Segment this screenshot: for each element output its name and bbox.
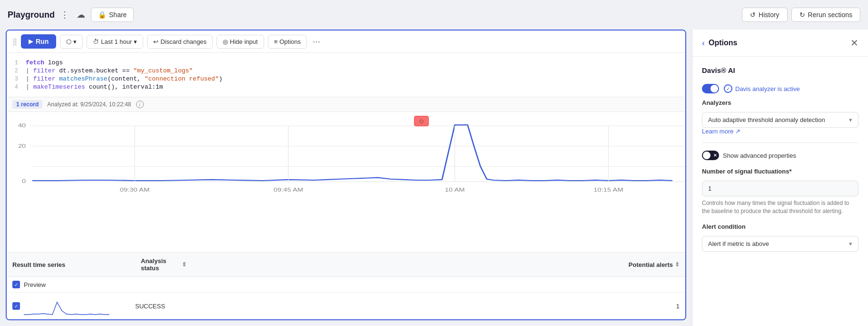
options-close-button[interactable]: ✕ — [850, 37, 858, 49]
svg-text:0: 0 — [22, 178, 26, 184]
col-header-series: Result time series — [7, 256, 135, 273]
code-line-3: 3 | filter matchesPhrase(content, "conne… — [7, 75, 685, 83]
code-line-2: 2 | filter dt.system.bucket == "my_custo… — [7, 67, 685, 75]
alert-badge: ◇ — [414, 116, 429, 126]
analyze-chevron: ▾ — [73, 38, 77, 45]
history-button[interactable]: ↺ History — [742, 8, 788, 22]
hide-input-button[interactable]: ◎ Hide input — [217, 35, 264, 49]
status-bar: 1 record Analyzed at: 9/25/2024, 10:22:4… — [7, 97, 685, 112]
options-title: Options — [709, 39, 850, 47]
line-number: 2 — [7, 68, 26, 74]
analyzer-value: Auto adaptive threshold anomaly detectio… — [708, 116, 825, 123]
signal-fluctuations-input[interactable] — [702, 181, 858, 196]
time-series-chart: 40 20 0 09:30 AM 09:45 AM 10 AM 10:15 AM — [7, 116, 685, 197]
cloud-icon[interactable]: ☁ — [75, 9, 87, 21]
discard-label: Discard changes — [160, 38, 207, 45]
status-cell: SUCCESS — [135, 303, 192, 310]
col-header-status: Analysis status ⇕ — [135, 253, 192, 276]
discard-icon: ↩ — [153, 38, 158, 45]
time-range-button[interactable]: ⏱ Last 1 hour ▾ — [87, 35, 143, 49]
code-content: | makeTimeseries count(), interval:1m — [26, 83, 163, 91]
alert-condition-field: Alert condition Alert if metric is above… — [702, 223, 858, 252]
info-icon[interactable]: i — [136, 101, 144, 108]
run-label: Run — [36, 38, 49, 45]
svg-text:20: 20 — [18, 143, 26, 149]
alert-condition-value: Alert if metric is above — [708, 240, 769, 247]
options-panel: ‹ Options ✕ Davis® AI ✓ Davis analyzer i… — [692, 30, 868, 326]
svg-text:09:30 AM: 09:30 AM — [120, 187, 150, 193]
svg-text:40: 40 — [18, 122, 26, 129]
sort-icon[interactable]: ⇕ — [182, 261, 187, 268]
results-table: Result time series Analysis status ⇕ Pot… — [7, 252, 685, 319]
davis-header: Davis® AI — [702, 66, 858, 78]
editor-card: ⣿ ▶ Run ⬡ ▾ ⏱ Last 1 hour ▾ ↩ Discard ch… — [6, 30, 686, 320]
main-content: ⣿ ▶ Run ⬡ ▾ ⏱ Last 1 hour ▾ ↩ Discard ch… — [0, 30, 868, 326]
sparkline-cell: ✓ — [12, 296, 135, 316]
alert-chevron-down-icon: ▾ — [849, 240, 852, 247]
left-panel: ⣿ ▶ Run ⬡ ▾ ⏱ Last 1 hour ▾ ↩ Discard ch… — [0, 30, 692, 326]
external-link-icon: ↗ — [735, 128, 740, 135]
preview-label-text: Preview — [24, 281, 46, 288]
options-back-button[interactable]: ‹ — [702, 38, 705, 48]
alert-condition-select[interactable]: Alert if metric is above ▾ — [702, 236, 858, 252]
eye-icon: ◎ — [223, 38, 228, 45]
code-content: fetch logs — [26, 59, 63, 66]
options-body: Davis® AI ✓ Davis analyzer is active Ana… — [692, 57, 868, 261]
analyze-icon: ⬡ — [66, 38, 71, 45]
alerts-cell: 1 — [192, 303, 680, 310]
table-header: Result time series Analysis status ⇕ Pot… — [7, 253, 685, 277]
drag-handle-icon[interactable]: ⣿ — [12, 38, 17, 45]
signal-hint-text: Controls how many times the signal fluct… — [702, 199, 858, 215]
run-button[interactable]: ▶ Run — [21, 34, 56, 49]
lock-icon: 🔒 — [98, 11, 106, 19]
svg-text:10 AM: 10 AM — [445, 187, 465, 193]
code-line-1: 1 fetch logs — [7, 59, 685, 67]
code-line-4: 4 | makeTimeseries count(), interval:1m — [7, 83, 685, 91]
history-icon: ↺ — [750, 11, 756, 19]
davis-active-label: Davis analyzer is active — [735, 85, 800, 92]
svg-text:09:45 AM: 09:45 AM — [274, 187, 304, 193]
line-number: 4 — [7, 84, 26, 91]
davis-ai-title: Davis® AI — [702, 66, 735, 74]
analyzed-at-text: Analyzed at: 9/25/2024, 10:22:48 — [47, 101, 131, 108]
code-content: | filter dt.system.bucket == "my_custom_… — [26, 67, 193, 74]
data-row-checkbox[interactable]: ✓ — [12, 302, 20, 310]
analyze-button[interactable]: ⬡ ▾ — [60, 35, 83, 49]
check-circle-icon: ✓ — [724, 84, 732, 93]
rerun-label: Rerun sections — [808, 11, 852, 19]
hide-input-label: Hide input — [230, 38, 258, 45]
preview-checkbox[interactable]: ✓ — [12, 281, 20, 288]
show-advanced-label: Show advanced properties — [723, 152, 796, 159]
sliders-icon: ≡ — [274, 38, 278, 45]
chart-area: ◇ 40 20 0 09:30 AM — [7, 112, 685, 252]
discard-button[interactable]: ↩ Discard changes — [147, 35, 213, 49]
chevron-down-icon: ▾ — [849, 116, 852, 123]
sort-alerts-icon[interactable]: ⇕ — [675, 261, 680, 268]
rerun-button[interactable]: ↻ Rerun sections — [791, 8, 860, 22]
preview-cell: ✓ Preview — [12, 281, 135, 288]
davis-active-indicator: ✓ Davis analyzer is active — [724, 84, 800, 93]
options-label: Options — [279, 38, 301, 45]
advanced-toggle[interactable]: ✕ — [702, 151, 719, 160]
davis-toggle[interactable] — [702, 84, 719, 93]
play-icon: ▶ — [29, 38, 33, 45]
signal-fluctuations-label: Number of signal fluctuations* — [702, 168, 858, 175]
editor-toolbar: ⣿ ▶ Run ⬡ ▾ ⏱ Last 1 hour ▾ ↩ Discard ch… — [7, 31, 685, 53]
col-header-alerts: Potential alerts ⇕ — [192, 256, 685, 273]
code-content: | filter matchesPhrase(content, "connect… — [26, 75, 223, 82]
section-divider — [702, 143, 858, 143]
time-range-chevron: ▾ — [134, 38, 137, 45]
rerun-icon: ↻ — [799, 11, 805, 19]
clock-icon: ⏱ — [93, 38, 99, 45]
svg-text:10:15 AM: 10:15 AM — [593, 187, 623, 193]
line-number: 1 — [7, 60, 26, 66]
options-button[interactable]: ≡ Options — [268, 35, 307, 49]
code-editor[interactable]: 1 fetch logs 2 | filter dt.system.bucket… — [7, 53, 685, 97]
learn-more-link[interactable]: Learn more ↗ — [702, 128, 858, 135]
more-toolbar-icon[interactable]: ⋯ — [311, 35, 322, 48]
analyzer-select[interactable]: Auto adaptive threshold anomaly detectio… — [702, 112, 858, 128]
options-header: ‹ Options ✕ — [692, 30, 868, 57]
share-button[interactable]: 🔒 Share — [91, 8, 134, 22]
more-options-icon[interactable]: ⋮ — [59, 9, 71, 21]
table-preview-row: ✓ Preview — [7, 277, 685, 293]
